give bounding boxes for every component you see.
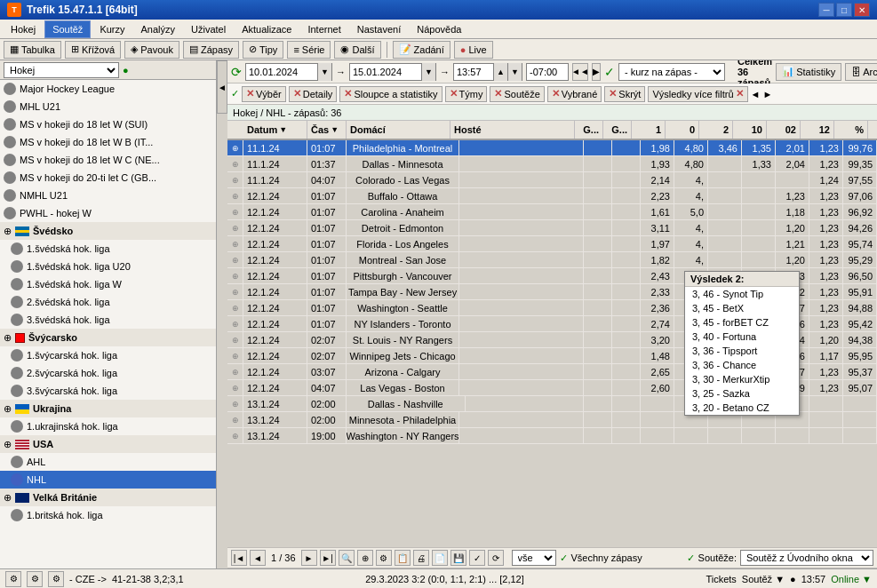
filter-chip-skryt[interactable]: ✕ Skrýt: [604, 86, 645, 102]
dropdown-item-merkur[interactable]: 3, 30 - MerkurXtip: [685, 372, 799, 386]
menu-analyzy[interactable]: Analýzy: [134, 20, 183, 38]
table-row[interactable]: ⊕ 11.1.24 01:07 Philadelphia - Montreal …: [227, 140, 877, 156]
th-pct[interactable]: %: [834, 121, 868, 139]
th-o10[interactable]: 10: [733, 121, 767, 139]
filter-chip-vybrane[interactable]: ✕ Vybrané: [547, 86, 602, 102]
time-field[interactable]: ▲ ▼: [453, 63, 522, 81]
soutez-label[interactable]: Soutěž ▼: [742, 574, 785, 584]
filter-remove-icon[interactable]: ✕: [494, 88, 502, 99]
sidebar-item-nmhl-u21[interactable]: NMHL U21: [0, 187, 216, 204]
sidebar-item-pwhl[interactable]: PWHL - hokej W: [0, 204, 216, 222]
maximize-button[interactable]: □: [836, 3, 852, 17]
sidebar-item-britska-1[interactable]: 1.britská hok. liga: [0, 506, 216, 524]
refresh-btn[interactable]: ⟳: [488, 550, 504, 566]
last-page-button[interactable]: ►|: [320, 550, 336, 566]
dropdown-item-betx[interactable]: 3, 45 - BetX: [685, 301, 799, 315]
th-o12[interactable]: 12: [801, 121, 834, 139]
time-input[interactable]: [454, 67, 493, 77]
table-row[interactable]: ⊕ 12.1.24 01:07 Detroit - Edmonton 3,11 …: [227, 220, 877, 236]
archiv-button[interactable]: 🗄 Archiv: [845, 63, 877, 81]
time-up[interactable]: ▲: [493, 63, 507, 81]
search-button[interactable]: 🔍: [339, 550, 355, 566]
sidebar-item-svycarska-2[interactable]: 2.švýcarská hok. liga: [0, 364, 216, 382]
close-button[interactable]: ✕: [854, 3, 870, 17]
th-cas[interactable]: Čas ▼: [307, 121, 347, 139]
th-domaci[interactable]: Domácí: [347, 121, 450, 139]
filter-nav-prev[interactable]: ◄: [751, 89, 761, 99]
table-row[interactable]: ⊕ 11.1.24 04:07 Colorado - Las Vegas 2,1…: [227, 172, 877, 188]
sidebar-item-ms-18-sui[interactable]: MS v hokeji do 18 let W (SUI): [0, 115, 216, 133]
tipy-button[interactable]: ⊘ Tipy: [243, 41, 283, 59]
sidebar-item-ahl[interactable]: AHL: [0, 453, 216, 471]
online-label[interactable]: Online ▼: [831, 574, 872, 584]
sidebar-item-mhl-u21[interactable]: MHL U21: [0, 98, 216, 115]
dropdown-item-synot[interactable]: 3, 46 - Synot Tip: [685, 287, 799, 301]
dropdown-item-tipsport[interactable]: 3, 36 - Tipsport: [685, 344, 799, 358]
export-button[interactable]: 📋: [395, 550, 411, 566]
sidebar-collapse-button[interactable]: ◄: [217, 60, 227, 114]
save-button[interactable]: 💾: [450, 550, 466, 566]
date-from-field[interactable]: ▼: [245, 63, 332, 81]
ok-icon[interactable]: ✓: [604, 65, 615, 79]
sidebar-item-svedska-1[interactable]: 1.švédská hok. liga: [0, 240, 216, 258]
sidebar-item-svycarska-3[interactable]: 3.švýcarská hok. liga: [0, 382, 216, 400]
menu-uzivatel[interactable]: Uživatel: [184, 20, 233, 38]
dropdown-item-forbet[interactable]: 3, 45 - forBET CZ: [685, 315, 799, 330]
th-hoste[interactable]: Hosté: [450, 121, 575, 139]
th-o2[interactable]: 2: [699, 121, 733, 139]
th-g2[interactable]: G...: [603, 121, 632, 139]
date-from-input[interactable]: [246, 67, 317, 77]
minimize-button[interactable]: ─: [818, 3, 834, 17]
th-o0[interactable]: 0: [666, 121, 699, 139]
filter-remove-icon[interactable]: ✕: [246, 88, 254, 99]
table-row[interactable]: ⊕ 12.1.24 01:07 Carolina - Anaheim 1,61 …: [227, 204, 877, 220]
dropdown-item-sazka[interactable]: 3, 25 - Sazka: [685, 386, 799, 401]
sidebar-item-ms-18-it[interactable]: MS v hokeji do 18 let W B (IT...: [0, 133, 216, 151]
zadani-button[interactable]: 📝 Zadání: [393, 41, 450, 59]
filter-nav-next[interactable]: ►: [762, 89, 772, 99]
settings-button[interactable]: ⚙: [376, 550, 392, 566]
sidebar-item-velka-britanie[interactable]: ⊕ Velká Británie: [0, 489, 216, 506]
zoom-button[interactable]: ⊕: [357, 550, 373, 566]
dropdown-item-chance[interactable]: 3, 36 - Chance: [685, 358, 799, 372]
refresh-icon[interactable]: ⟳: [231, 65, 242, 79]
status-settings3[interactable]: ⚙: [48, 571, 64, 587]
table-row[interactable]: ⊕ 11.1.24 01:37 Dallas - Minnesota 1,93 …: [227, 156, 877, 172]
timezone-field[interactable]: [526, 63, 569, 81]
status-settings1[interactable]: ⚙: [5, 571, 21, 587]
sidebar-item-usa[interactable]: ⊕ USA: [0, 435, 216, 453]
sidebar-item-ukrajina[interactable]: ⊕ Ukrajina: [0, 400, 216, 417]
krizova-button[interactable]: ⊞ Křížová: [65, 41, 121, 59]
menu-aktualizace[interactable]: Aktualizace: [235, 20, 299, 38]
soutez-select[interactable]: Soutěž z Úvodního okna: [740, 550, 873, 566]
dropdown-item-fortuna[interactable]: 3, 40 - Fortuna: [685, 330, 799, 344]
sidebar-item-svedska-3[interactable]: 3.švédská hok. liga: [0, 311, 216, 329]
live-button[interactable]: ● Live: [454, 41, 493, 59]
th-o02[interactable]: 02: [767, 121, 801, 139]
prev-button[interactable]: ◄◄: [572, 63, 588, 81]
statistiky-button[interactable]: 📊 Statistiky: [776, 63, 841, 81]
menu-soutez[interactable]: Soutěž: [44, 20, 91, 38]
filter-remove-icon[interactable]: ✕: [552, 88, 560, 99]
filter-select[interactable]: vše: [512, 550, 556, 566]
table-row[interactable]: ⊕ 12.1.24 01:07 Florida - Los Angeles 1,…: [227, 236, 877, 252]
sidebar-item-ukrajinska-1[interactable]: 1.ukrajinská hok. liga: [0, 417, 216, 435]
tabulka-button[interactable]: ▦ Tabulka: [4, 41, 61, 59]
filter-chip-souteze[interactable]: ✕ Soutěže: [490, 86, 544, 102]
table-row[interactable]: ⊕ 12.1.24 01:07 Montreal - San Jose 1,82…: [227, 252, 877, 268]
filter-remove-icon[interactable]: ✕: [450, 88, 458, 99]
sidebar-item-svedska-u20[interactable]: 1.švédská hok. liga U20: [0, 258, 216, 275]
play-button[interactable]: ▶: [592, 63, 601, 81]
sidebar-item-svycarsko[interactable]: ⊕ Švýcarsko: [0, 329, 216, 346]
zapasy-button[interactable]: ▤ Zápasy: [183, 41, 239, 59]
th-g1[interactable]: G...: [575, 121, 603, 139]
menu-napoveda[interactable]: Nápověda: [410, 20, 468, 38]
filter-remove-icon[interactable]: ✕: [736, 88, 744, 99]
table-row[interactable]: ⊕ 12.1.24 01:07 Buffalo - Ottawa 2,23 4,…: [227, 188, 877, 204]
th-o1[interactable]: 1: [632, 121, 666, 139]
time-down[interactable]: ▼: [507, 63, 522, 81]
serie-button[interactable]: ≡ Série: [287, 41, 331, 59]
prev-page-button[interactable]: ◄: [250, 550, 266, 566]
sidebar-item-ms-20-gb[interactable]: MS v hokeji do 20-ti let C (GB...: [0, 169, 216, 187]
menu-hokej[interactable]: Hokej: [4, 20, 43, 38]
